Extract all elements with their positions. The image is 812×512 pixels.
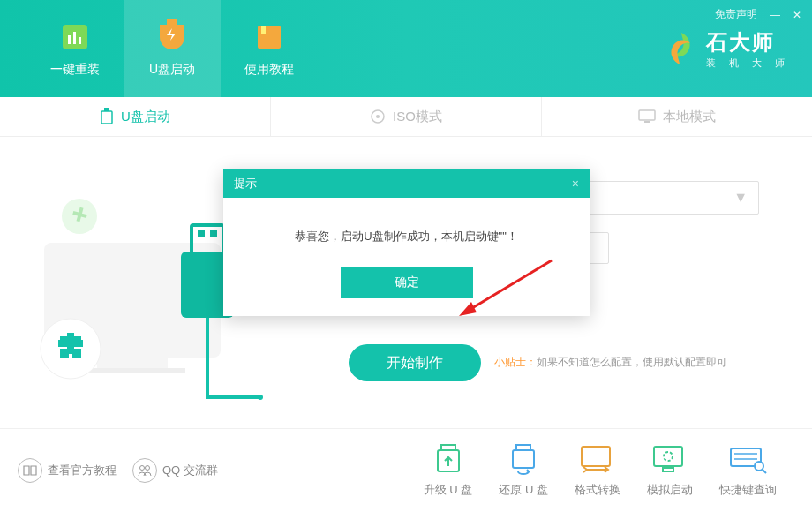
- tool-label: 升级 U 盘: [424, 482, 473, 498]
- svg-point-36: [664, 452, 673, 461]
- keyboard-search-icon: [729, 443, 768, 475]
- subtab-usb-boot[interactable]: U盘启动: [0, 97, 271, 136]
- svg-point-40: [755, 462, 763, 471]
- tab-reinstall[interactable]: 一键重装: [26, 0, 124, 97]
- start-button[interactable]: 开始制作: [349, 344, 481, 381]
- svg-rect-33: [582, 447, 610, 466]
- tool-shortcut-lookup[interactable]: 快捷键查询: [719, 443, 777, 498]
- usb-icon: [100, 108, 114, 125]
- svg-rect-32: [513, 450, 534, 468]
- usb-shield-icon: [154, 19, 190, 55]
- svg-rect-20: [60, 349, 69, 358]
- monitor-power-icon: [650, 443, 689, 475]
- qq-group-link[interactable]: QQ 交流群: [132, 458, 218, 483]
- subtab-label: 本地模式: [663, 109, 716, 125]
- chevron-down-icon: ▼: [733, 190, 748, 206]
- svg-rect-8: [102, 111, 112, 124]
- tool-label: 快捷键查询: [719, 482, 777, 498]
- dialog-header: 提示 ×: [223, 169, 590, 198]
- svg-rect-25: [210, 230, 217, 237]
- svg-rect-15: [79, 368, 185, 373]
- subtab-iso[interactable]: ISO模式: [271, 97, 542, 136]
- brand-title: 石大师: [706, 28, 790, 56]
- svg-rect-3: [79, 37, 81, 44]
- official-tutorial-link[interactable]: 查看官方教程: [18, 458, 117, 483]
- svg-point-26: [258, 395, 263, 400]
- tool-format-convert[interactable]: 格式转换: [575, 443, 620, 498]
- subtab-label: ISO模式: [393, 109, 442, 125]
- book-icon: [252, 19, 287, 55]
- svg-rect-5: [258, 26, 281, 49]
- brand-area: 石大师 装 机 大 师: [664, 0, 812, 97]
- svg-rect-2: [73, 32, 76, 44]
- dialog-ok-button[interactable]: 确定: [341, 267, 473, 298]
- sub-tabs: U盘启动 ISO模式 本地模式: [0, 97, 812, 137]
- svg-rect-34: [654, 447, 682, 466]
- svg-rect-24: [198, 230, 205, 237]
- tool-label: 格式转换: [575, 482, 620, 498]
- tab-tutorial[interactable]: 使用教程: [221, 0, 318, 97]
- brand-subtitle: 装 机 大 师: [706, 56, 790, 70]
- svg-rect-19: [72, 336, 81, 345]
- dialog-title: 提示: [234, 176, 257, 192]
- svg-rect-14: [97, 358, 168, 368]
- tab-usb-boot[interactable]: U盘启动: [124, 0, 221, 97]
- dialog: 提示 × 恭喜您，启动U盘制作成功，本机启动键""！ 确定: [223, 169, 590, 316]
- svg-point-10: [376, 115, 380, 118]
- tool-upgrade-usb[interactable]: 升级 U 盘: [424, 443, 473, 498]
- users-icon: [132, 458, 157, 483]
- link-label: QQ 交流群: [162, 463, 218, 478]
- svg-rect-4: [167, 19, 177, 25]
- svg-rect-12: [644, 121, 650, 123]
- header-tabs: 一键重装 U盘启动 使用教程: [0, 0, 318, 97]
- tool-simulate-boot[interactable]: 模拟启动: [647, 443, 693, 498]
- tab-label: U盘启动: [149, 62, 195, 78]
- svg-line-41: [763, 470, 766, 473]
- subtab-local[interactable]: 本地模式: [542, 97, 812, 136]
- tool-label: 还原 U 盘: [499, 482, 548, 498]
- svg-rect-21: [72, 349, 81, 358]
- svg-rect-1: [68, 35, 71, 44]
- tool-label: 模拟启动: [647, 482, 693, 498]
- svg-point-28: [146, 466, 150, 471]
- link-label: 查看官方教程: [48, 463, 117, 478]
- brand-logo-icon: [664, 31, 699, 66]
- tab-label: 一键重装: [50, 62, 100, 78]
- svg-rect-18: [60, 336, 69, 345]
- dialog-message: 恭喜您，启动U盘制作成功，本机启动键""！: [223, 198, 590, 267]
- usb-up-icon: [429, 443, 468, 475]
- svg-rect-11: [639, 110, 655, 120]
- tip-text: 如果不知道怎么配置，使用默认配置即可: [537, 356, 727, 368]
- tool-restore-usb[interactable]: 还原 U 盘: [499, 443, 548, 498]
- convert-icon: [578, 443, 617, 475]
- tab-label: 使用教程: [244, 62, 294, 78]
- monitor-icon: [638, 109, 656, 124]
- tip-label: 小贴士：: [494, 356, 537, 368]
- svg-point-27: [140, 466, 145, 471]
- disc-icon: [370, 109, 386, 124]
- subtab-label: U盘启动: [121, 109, 170, 125]
- usb-refresh-icon: [504, 443, 543, 475]
- dialog-close-button[interactable]: ×: [572, 177, 579, 191]
- footer: 查看官方教程 QQ 交流群 升级 U 盘 还原 U 盘 格式转换 模拟启动 快捷…: [0, 428, 812, 512]
- bar-chart-icon: [57, 19, 93, 55]
- svg-rect-6: [261, 26, 266, 34]
- header: 免责声明 — ✕ 一键重装 U盘启动 使用教程 石大师: [0, 0, 812, 97]
- book-open-icon: [18, 458, 42, 483]
- svg-rect-35: [663, 468, 673, 471]
- tip-row: 小贴士：如果不知道怎么配置，使用默认配置即可: [494, 355, 727, 370]
